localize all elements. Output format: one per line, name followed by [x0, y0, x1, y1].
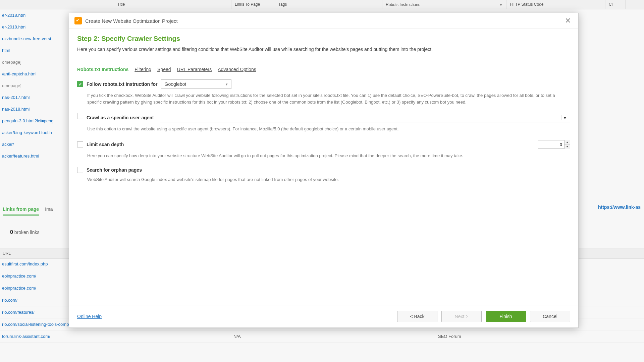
app-icon: [74, 17, 82, 24]
next-button: Next >: [441, 311, 482, 322]
settings-tab[interactable]: URL Parameters: [177, 67, 212, 72]
broken-links-count: 0 broken links: [0, 225, 70, 240]
page-row[interactable]: omepage]: [0, 56, 70, 68]
desc-orphan-pages: WebSite Auditor will search Google index…: [87, 176, 557, 183]
stepper-up-icon[interactable]: ▲: [565, 140, 570, 144]
page-row[interactable]: /anti-captcha.html: [0, 68, 70, 80]
page-row[interactable]: omepage]: [0, 80, 70, 92]
page-row[interactable]: er-2018.html: [0, 9, 70, 21]
col-robots-instructions[interactable]: Robots Instructions ▼: [382, 0, 506, 9]
page-row[interactable]: acker/bing-keyword-tool.h: [0, 127, 70, 138]
lower-tabs: Links from page Ima: [0, 203, 70, 219]
page-row[interactable]: uzzbundle-new-free-versi: [0, 33, 70, 45]
col-blank: [0, 0, 114, 9]
desc-user-agent: Use this option to crawl the website usi…: [87, 126, 557, 132]
tab-images[interactable]: Ima: [45, 206, 53, 216]
page-row[interactable]: er-2018.html: [0, 21, 70, 33]
col-cl[interactable]: Cl: [605, 0, 626, 9]
page-row[interactable]: penguin-3.0.html?icf=peng: [0, 115, 70, 127]
page-row[interactable]: nas-2018.html: [0, 103, 70, 115]
label-follow-robots: Follow robots.txt instruction for: [87, 81, 158, 87]
checkbox-user-agent[interactable]: [77, 113, 83, 119]
modal-footer: Online Help < Back Next > Finish Cancel: [69, 305, 578, 327]
option-orphan-pages: Search for orphan pages WebSite Auditor …: [77, 167, 570, 183]
page-row[interactable]: html: [0, 45, 70, 56]
cancel-button[interactable]: Cancel: [530, 311, 570, 322]
col-http-status[interactable]: HTTP Status Code: [506, 0, 605, 9]
scan-depth-stepper: ▲ ▼: [538, 140, 570, 149]
settings-tabs: Robots.txt InstructionsFilteringSpeedURL…: [77, 67, 570, 72]
checkbox-follow-robots[interactable]: [77, 81, 83, 87]
broken-links-label: broken links: [13, 230, 40, 235]
chevron-down-icon[interactable]: ▾: [561, 115, 569, 120]
option-scan-depth: Limit scan depth ▲ ▼ Here you can specif…: [77, 140, 570, 159]
background-page-list: er-2018.htmler-2018.htmluzzbundle-new-fr…: [0, 9, 70, 162]
step-description: Here you can specify various crawler set…: [77, 46, 570, 60]
step-title: Step 2: Specify Crawler Settings: [77, 35, 570, 43]
modal-body: Step 2: Specify Crawler Settings Here yo…: [69, 29, 578, 183]
stepper-down-icon[interactable]: ▼: [565, 144, 570, 149]
back-button[interactable]: < Back: [397, 311, 437, 322]
settings-tab[interactable]: Speed: [157, 67, 171, 72]
tab-links-from-page[interactable]: Links from page: [3, 206, 39, 216]
desc-follow-robots: If you tick the checkbox, WebSite Audito…: [87, 92, 557, 106]
col-links-to-page[interactable]: Links To Page: [231, 0, 275, 9]
option-user-agent: Crawl as a specific user-agent ▾ Use thi…: [77, 113, 570, 132]
finish-button[interactable]: Finish: [486, 311, 526, 322]
chevron-down-icon: ▾: [226, 82, 228, 86]
page-row[interactable]: acker/: [0, 138, 70, 150]
page-row[interactable]: acker/features.html: [0, 150, 70, 162]
chevron-down-icon[interactable]: ▼: [499, 3, 503, 7]
label-scan-depth: Limit scan depth: [87, 142, 124, 147]
label-orphan-pages: Search for orphan pages: [87, 167, 142, 173]
col-title[interactable]: Title: [114, 0, 231, 9]
online-help-link[interactable]: Online Help: [77, 314, 102, 319]
checkbox-orphan-pages[interactable]: [77, 167, 83, 173]
col-tags[interactable]: Tags: [275, 0, 382, 9]
settings-tab[interactable]: Filtering: [135, 67, 151, 72]
option-follow-robots: Follow robots.txt instruction for Google…: [77, 79, 570, 106]
modal-title: Create New Website Optimization Project: [85, 18, 563, 24]
settings-tab[interactable]: Robots.txt Instructions: [77, 67, 128, 72]
label-user-agent: Crawl as a specific user-agent: [87, 115, 154, 120]
create-project-modal: Create New Website Optimization Project …: [69, 13, 579, 328]
scan-depth-input[interactable]: [538, 140, 565, 149]
user-agent-input[interactable]: ▾: [160, 113, 570, 122]
col-robots-label: Robots Instructions: [386, 2, 420, 7]
desc-scan-depth: Here you can specify how deep into your …: [87, 153, 557, 159]
modal-header: Create New Website Optimization Project …: [69, 13, 578, 29]
url-row[interactable]: forum.link-assistant.com/N/ASEO Forum: [0, 330, 644, 343]
settings-tab[interactable]: Advanced Options: [218, 67, 256, 72]
checkbox-scan-depth[interactable]: [77, 141, 83, 147]
close-icon[interactable]: ✕: [563, 16, 573, 25]
right-side-url[interactable]: https://www.link-as: [598, 204, 641, 210]
background-table-header: Title Links To Page Tags Robots Instruct…: [0, 0, 644, 9]
bot-select[interactable]: Googlebot ▾: [161, 79, 231, 89]
page-row[interactable]: nas-2017.html: [0, 92, 70, 103]
bot-select-value: Googlebot: [165, 81, 186, 87]
broken-links-number: 0: [10, 229, 13, 235]
